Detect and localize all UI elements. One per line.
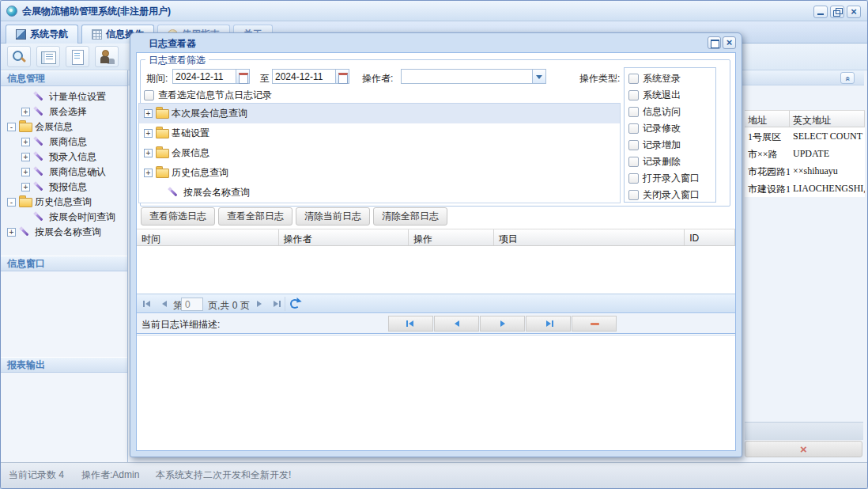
tree-expander-icon[interactable]	[21, 183, 30, 191]
dialog-titlebar[interactable]: 日志查看器	[130, 33, 742, 52]
collapse-panel-button[interactable]	[840, 72, 855, 84]
dialog-tree-item[interactable]: 历史信息查询	[139, 163, 620, 183]
status-bar: 当前记录数 4 操作者:Admin 本系统支持二次开发和全新开发!	[1, 462, 867, 488]
grid-column-header[interactable]: 地址	[745, 111, 790, 127]
sidebar-panel-info-window[interactable]: 信息窗口	[1, 256, 127, 271]
sidebar-tree-item[interactable]: 预录入信息	[1, 150, 127, 165]
tab[interactable]: 系统导航	[6, 25, 78, 44]
tree-expander-icon[interactable]	[21, 138, 30, 146]
table-row[interactable]: 市花园路1 ××shihuayu	[745, 162, 865, 180]
toolbar-icon-button[interactable]	[95, 46, 119, 67]
nav-first-button[interactable]	[388, 316, 433, 332]
tree-expander-icon[interactable]	[144, 169, 153, 177]
sidebar-panel-info-management[interactable]: 信息管理	[1, 70, 127, 86]
tree-expander-icon[interactable]	[21, 108, 30, 116]
checkbox-icon[interactable]	[628, 140, 639, 150]
log-action-button[interactable]: 查看全部日志	[218, 207, 292, 226]
toolbar-icon-button[interactable]	[66, 46, 89, 67]
toolbar-icon-button[interactable]	[7, 46, 31, 67]
log-action-button[interactable]: 清除全部日志	[373, 207, 447, 226]
nav-prev-button[interactable]	[434, 316, 479, 332]
table-row[interactable]: 市××路 UPDATE	[745, 145, 865, 162]
operation-type-option[interactable]: 记录增加	[628, 137, 715, 154]
combo-arrow-icon[interactable]	[532, 69, 546, 84]
sidebar-panel-report-output[interactable]: 报表输出	[1, 357, 127, 373]
checkbox-icon[interactable]	[628, 107, 639, 117]
sidebar-tree-item[interactable]: 预报信息	[1, 180, 127, 195]
collapse-chevron-icon	[845, 73, 850, 84]
dialog-maximize-button[interactable]	[708, 36, 721, 49]
dialog-close-button[interactable]	[723, 36, 736, 49]
tree-expander-icon[interactable]	[156, 188, 164, 197]
table-row[interactable]: 市建设路1 LIAOCHENGSHI,	[745, 180, 865, 197]
operation-type-option[interactable]: 信息访问	[628, 104, 715, 120]
delete-x-icon[interactable]	[800, 445, 807, 456]
tree-expander-icon[interactable]	[7, 228, 16, 237]
last-page-button[interactable]	[270, 298, 283, 311]
nav-next-button[interactable]	[480, 316, 525, 332]
tree-expander-icon[interactable]	[144, 149, 153, 157]
checkbox-icon[interactable]	[628, 157, 639, 167]
operator-combobox[interactable]	[401, 69, 533, 84]
nav-remove-button[interactable]	[572, 316, 617, 332]
log-action-button[interactable]: 清除当前日志	[296, 207, 370, 226]
prev-page-button[interactable]	[158, 298, 172, 311]
calendar-icon[interactable]	[236, 69, 250, 84]
first-page-button[interactable]	[142, 298, 155, 311]
log-action-button[interactable]: 查看筛选日志	[141, 207, 215, 226]
date-from-input[interactable]	[172, 69, 236, 84]
log-column-header[interactable]: ID	[685, 229, 735, 245]
operation-type-option[interactable]: 关闭录入窗口	[628, 187, 715, 203]
sidebar-tree-item[interactable]: 按展会名称查询	[1, 225, 127, 240]
tree-expander-icon[interactable]	[7, 123, 16, 131]
dialog-tree-item[interactable]: 本次展会信息查询	[139, 104, 620, 123]
restore-button[interactable]	[830, 6, 844, 18]
next-page-button[interactable]	[253, 298, 266, 311]
sidebar-tree-item[interactable]: 展会选择	[1, 104, 127, 119]
sidebar-tree-item[interactable]: 历史信息查询	[1, 195, 127, 210]
page-number-input[interactable]	[181, 298, 203, 311]
log-column-header[interactable]: 项目	[494, 229, 685, 245]
checkbox-icon[interactable]	[628, 74, 639, 84]
checkbox-icon[interactable]	[628, 123, 639, 134]
tree-expander-icon[interactable]	[144, 129, 153, 138]
refresh-button[interactable]	[289, 298, 302, 311]
checkbox-icon[interactable]	[628, 90, 639, 100]
log-column-header[interactable]: 时间	[137, 229, 279, 245]
tree-expander-icon[interactable]	[21, 213, 30, 222]
dialog-tree-item[interactable]: 会展信息	[139, 143, 620, 163]
date-to-input[interactable]	[272, 69, 336, 84]
sidebar-tree-item[interactable]: 展商信息确认	[1, 165, 127, 180]
nav-last-button[interactable]	[526, 316, 571, 332]
sidebar-tree-item[interactable]: 展商信息	[1, 135, 127, 150]
checkbox-icon[interactable]	[144, 90, 154, 100]
calendar-icon[interactable]	[335, 69, 349, 84]
sidebar-tree-item[interactable]: 按展会时间查询	[1, 210, 127, 225]
operation-type-option[interactable]: 系统登录	[628, 70, 715, 87]
node-log-checkbox[interactable]: 查看选定信息节点日志记录	[144, 89, 272, 102]
checkbox-icon[interactable]	[628, 173, 639, 184]
sidebar-tree-item[interactable]: 计量单位设置	[1, 89, 127, 104]
table-row[interactable]: 1号展区 SELECT COUNT	[745, 127, 865, 145]
tree-expander-icon[interactable]	[21, 153, 30, 161]
log-detail-textarea[interactable]	[137, 335, 735, 449]
log-column-header[interactable]: 操作者	[279, 229, 409, 245]
log-column-header[interactable]: 操作	[409, 229, 494, 245]
dialog-tree-item[interactable]: 基础设置	[139, 123, 620, 143]
operation-type-option[interactable]: 记录修改	[628, 120, 715, 137]
sidebar: 信息管理 计量单位设置 展会选择 会展信息	[1, 70, 128, 462]
tree-expander-icon[interactable]	[21, 93, 30, 101]
checkbox-icon[interactable]	[628, 190, 639, 200]
close-button[interactable]	[847, 6, 861, 18]
grid-column-header[interactable]: 英文地址	[790, 111, 865, 127]
tree-expander-icon[interactable]	[144, 109, 153, 118]
tree-expander-icon[interactable]	[21, 168, 30, 176]
toolbar-icon-button[interactable]	[36, 46, 60, 67]
sidebar-tree-item[interactable]: 会展信息	[1, 119, 127, 135]
minimize-button[interactable]	[813, 6, 828, 18]
dialog-tree-item[interactable]: 按展会名称查询	[139, 183, 620, 203]
operation-type-option[interactable]: 打开录入窗口	[628, 170, 715, 187]
operation-type-option[interactable]: 记录删除	[628, 154, 715, 170]
operation-type-option[interactable]: 系统退出	[628, 87, 715, 104]
tree-expander-icon[interactable]	[7, 198, 16, 207]
